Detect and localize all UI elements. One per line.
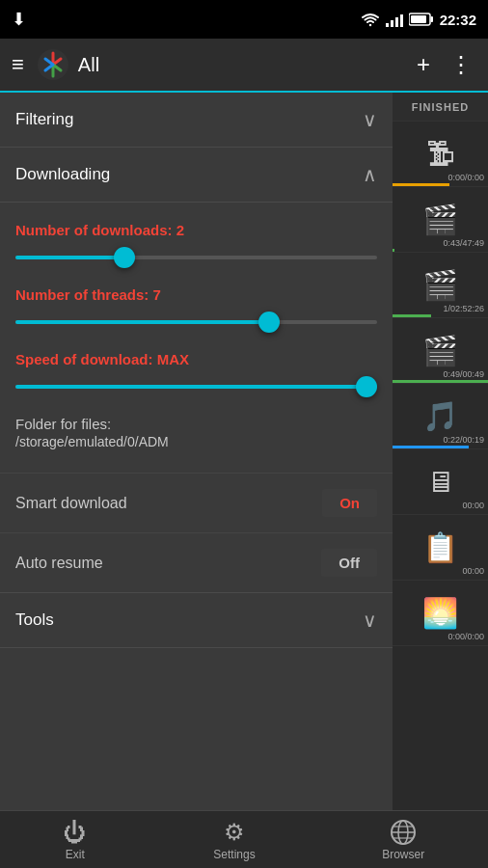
main-layout: Filtering ∨ Downloading ∧ Number of down… bbox=[0, 93, 488, 810]
tools-chevron: ∨ bbox=[363, 609, 377, 632]
svg-rect-2 bbox=[411, 15, 426, 23]
bottom-nav: ⏻ Exit ⚙ Settings Browser bbox=[0, 810, 488, 868]
num-downloads-slider[interactable] bbox=[15, 248, 377, 267]
add-button[interactable]: + bbox=[409, 43, 438, 86]
right-item-2-time: 1/02:52:26 bbox=[443, 304, 484, 313]
status-right: 22:32 bbox=[361, 12, 476, 28]
right-item-0-bar bbox=[393, 183, 449, 186]
filtering-section-header[interactable]: Filtering ∨ bbox=[0, 93, 393, 148]
folder-path: /storage/emulated/0/ADM bbox=[15, 434, 377, 449]
clock: 22:32 bbox=[440, 12, 476, 28]
right-item-3-icon: 🎬 bbox=[422, 334, 458, 367]
nav-settings[interactable]: ⚙ Settings bbox=[213, 819, 255, 861]
speed-download-slider[interactable] bbox=[15, 377, 377, 396]
filtering-chevron: ∨ bbox=[363, 108, 377, 131]
settings-label: Settings bbox=[213, 848, 255, 861]
nav-exit[interactable]: ⏻ Exit bbox=[64, 819, 87, 861]
signal-bars bbox=[386, 12, 403, 27]
hamburger-menu[interactable]: ≡ bbox=[0, 52, 36, 77]
downloading-title: Downloading bbox=[15, 165, 110, 184]
right-item-1-bar bbox=[393, 249, 394, 252]
finished-label: FINISHED bbox=[412, 101, 469, 113]
status-bar: ⬇ 22:32 bbox=[0, 0, 488, 39]
wifi-icon bbox=[361, 12, 380, 27]
downloading-section-header[interactable]: Downloading ∧ bbox=[0, 148, 393, 203]
right-item-4-icon: 🎵 bbox=[422, 399, 458, 433]
more-button[interactable]: ⋮ bbox=[442, 43, 480, 86]
right-item-0[interactable]: 🗜 0:00/0:00 bbox=[393, 122, 488, 187]
speed-download-label: Speed of download: MAX bbox=[15, 351, 377, 367]
right-item-3-bar bbox=[393, 380, 488, 383]
right-item-3[interactable]: 🎬 0:49/00:49 bbox=[393, 318, 488, 384]
tools-section: Tools ∨ bbox=[0, 592, 393, 648]
slider-thumb-1[interactable] bbox=[114, 247, 135, 268]
tools-title: Tools bbox=[15, 610, 54, 630]
exit-icon: ⏻ bbox=[64, 819, 87, 846]
right-item-1[interactable]: 🎬 0:43/47:49 bbox=[393, 187, 488, 253]
right-item-4-time: 0:22/00:19 bbox=[443, 435, 484, 445]
right-item-7-icon: 🌅 bbox=[422, 596, 458, 630]
nav-browser[interactable]: Browser bbox=[382, 819, 424, 861]
settings-panel: Filtering ∨ Downloading ∧ Number of down… bbox=[0, 93, 393, 810]
smart-download-label: Smart download bbox=[15, 495, 127, 512]
right-item-2[interactable]: 🎬 1/02:52:26 bbox=[393, 253, 488, 318]
right-item-6-time: 00:00 bbox=[462, 566, 484, 576]
right-item-3-time: 0:49/00:49 bbox=[443, 369, 484, 379]
slider-thumb-2[interactable] bbox=[258, 312, 280, 333]
auto-resume-toggle[interactable]: Off bbox=[321, 549, 377, 577]
right-item-4-bar bbox=[393, 446, 469, 448]
folder-label: Folder for files: bbox=[15, 416, 377, 432]
download-status-icon: ⬇ bbox=[12, 9, 26, 30]
smart-download-row: Smart download On bbox=[0, 473, 393, 532]
right-item-6[interactable]: 📋 00:00 bbox=[393, 515, 488, 581]
right-item-1-time: 0:43/47:49 bbox=[443, 238, 484, 248]
right-item-0-icon: 🗜 bbox=[426, 138, 455, 171]
right-item-2-icon: 🎬 bbox=[422, 268, 458, 302]
auto-resume-row: Auto resume Off bbox=[0, 532, 393, 592]
right-panel: FINISHED 🗜 0:00/0:00 🎬 0:43/47:49 🎬 1/02… bbox=[393, 93, 488, 810]
slider-fill-3 bbox=[15, 385, 366, 389]
battery-icon bbox=[409, 13, 434, 26]
browser-icon bbox=[390, 819, 417, 846]
downloading-chevron: ∧ bbox=[363, 163, 377, 186]
right-item-5[interactable]: 🖥 00:00 bbox=[393, 449, 488, 515]
num-threads-label: Number of threads: 7 bbox=[15, 286, 377, 303]
app-logo bbox=[36, 47, 70, 82]
exit-label: Exit bbox=[66, 848, 85, 861]
right-item-5-time: 00:00 bbox=[462, 501, 484, 510]
right-item-5-icon: 🖥 bbox=[426, 466, 455, 499]
right-item-4[interactable]: 🎵 0:22/00:19 bbox=[393, 384, 488, 449]
browser-label: Browser bbox=[382, 848, 424, 861]
tools-section-header[interactable]: Tools ∨ bbox=[0, 593, 393, 648]
speed-download-row: Speed of download: MAX bbox=[15, 351, 377, 396]
status-left: ⬇ bbox=[12, 9, 26, 30]
num-downloads-label: Number of downloads: 2 bbox=[15, 222, 377, 238]
top-actions: + ⋮ bbox=[409, 43, 480, 86]
slider-fill-2 bbox=[15, 320, 269, 324]
downloading-section: Number of downloads: 2 Number of threads… bbox=[0, 222, 393, 473]
auto-resume-label: Auto resume bbox=[15, 555, 103, 572]
num-threads-row: Number of threads: 7 bbox=[15, 286, 377, 332]
folder-row: Folder for files: /storage/emulated/0/AD… bbox=[15, 416, 377, 457]
right-panel-finished: FINISHED bbox=[393, 93, 488, 122]
right-item-7[interactable]: 🌅 0:00/0:00 bbox=[393, 581, 488, 646]
right-item-1-icon: 🎬 bbox=[422, 203, 458, 236]
settings-icon: ⚙ bbox=[224, 819, 245, 846]
filtering-title: Filtering bbox=[15, 110, 73, 129]
right-item-0-time: 0:00/0:00 bbox=[447, 173, 484, 182]
num-downloads-row: Number of downloads: 2 bbox=[15, 222, 377, 267]
top-bar: ≡ All + ⋮ bbox=[0, 39, 488, 93]
right-item-6-icon: 📋 bbox=[422, 530, 458, 564]
svg-rect-1 bbox=[430, 16, 433, 22]
app-title: All bbox=[78, 54, 409, 76]
smart-download-toggle[interactable]: On bbox=[322, 489, 377, 517]
slider-thumb-3[interactable] bbox=[356, 376, 377, 397]
slider-fill-1 bbox=[15, 256, 124, 259]
right-item-2-bar bbox=[393, 314, 431, 317]
right-item-7-time: 0:00/0:00 bbox=[447, 632, 484, 641]
num-threads-slider[interactable] bbox=[15, 312, 377, 332]
